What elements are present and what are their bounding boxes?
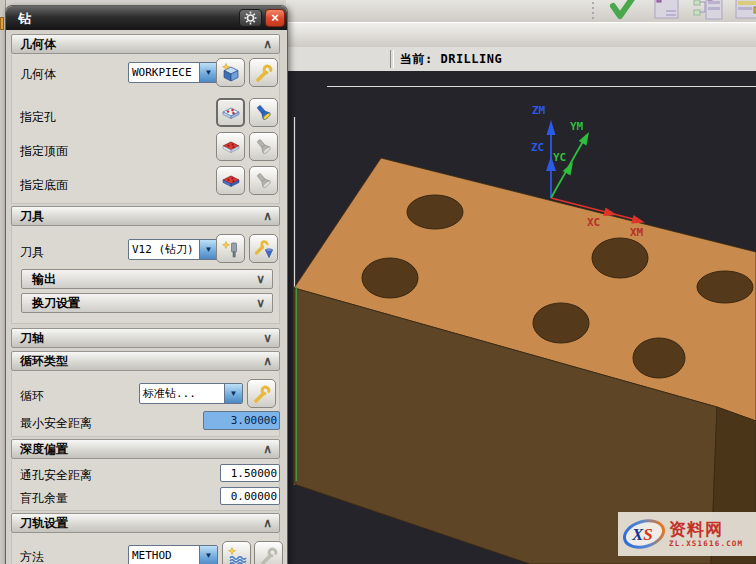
section-header-tool[interactable]: 刀具 ∧ [11, 206, 280, 226]
cycle-label: 循环 [20, 388, 44, 405]
specify-bottom-label: 指定底面 [20, 177, 68, 194]
tool-label: 刀具 [20, 244, 44, 261]
toolbar-grip-handle[interactable] [590, 0, 596, 20]
tool-combo-value: V12 (钻刀) [129, 240, 199, 259]
chevron-down-icon[interactable]: ▼ [199, 63, 217, 82]
specify-top-button[interactable] [216, 132, 245, 161]
wrench-icon [254, 63, 274, 83]
flashlight-top-button[interactable] [249, 132, 278, 161]
subsection-tool-change[interactable]: 换刀设置 ∨ [21, 293, 273, 313]
cycle-combo[interactable]: 标准钻... ▼ [139, 383, 243, 404]
holes-plate-icon [221, 103, 241, 123]
background-window-chip [0, 17, 4, 30]
yc-axis-label: YC [553, 151, 566, 164]
new-method-icon [227, 546, 247, 564]
expand-chevron-icon: ∨ [256, 270, 265, 288]
section-header-cycle-type[interactable]: 循环类型 ∧ [11, 351, 280, 371]
current-operation-bar: 当前: DRILLING [286, 47, 756, 73]
section-header-tool-axis[interactable]: 刀轴 ∨ [11, 328, 280, 348]
through-clearance-input[interactable]: 1.50000 [220, 464, 280, 482]
min-clearance-input[interactable]: 3.00000 [203, 411, 280, 430]
drill-hole[interactable] [407, 195, 463, 229]
ym-axis-label: YM [570, 120, 584, 133]
collapse-chevron-icon: ∧ [263, 35, 272, 53]
statusbar-separator [390, 50, 394, 68]
confirm-check-icon[interactable] [608, 0, 638, 22]
xc-axis-label: XC [587, 216, 600, 229]
toolbar-structure-icon[interactable] [692, 0, 722, 22]
method-combo-value: METHOD [129, 546, 199, 564]
close-icon: × [271, 10, 279, 25]
tool-combo[interactable]: V12 (钻刀) ▼ [128, 239, 218, 260]
new-tool-button[interactable] [216, 234, 245, 263]
flashlight-disabled-icon [254, 137, 274, 157]
collapse-chevron-icon: ∧ [263, 514, 272, 532]
toolbar-window-icon[interactable] [652, 0, 682, 22]
expand-chevron-icon: ∨ [263, 329, 272, 347]
section-header-geometry[interactable]: 几何体 ∧ [11, 34, 280, 54]
chevron-down-icon[interactable]: ▼ [199, 240, 217, 259]
section-header-depth-offset[interactable]: 深度偏置 ∧ [11, 439, 280, 459]
method-label: 方法 [20, 549, 44, 564]
wrench-icon [252, 384, 272, 404]
through-clearance-label: 通孔安全距离 [20, 467, 92, 484]
drill-hole[interactable] [633, 338, 685, 378]
dialog-close-button[interactable]: × [265, 9, 285, 27]
flashlight-holes-button[interactable] [249, 98, 278, 127]
section-header-path-settings[interactable]: 刀轨设置 ∧ [11, 513, 280, 533]
watermark-logo-icon: XS [621, 515, 667, 553]
flashlight-disabled-icon [254, 171, 274, 191]
watermark: XS 资料网 ZL.XS1616.COM [618, 512, 756, 556]
watermark-site-url: ZL.XS1616.COM [669, 540, 743, 548]
flashlight-bottom-button[interactable] [249, 166, 278, 195]
geometry-combo-value: WORKPIECE [129, 63, 199, 82]
graphics-viewport[interactable]: ZM ZC YM YC XC XM [286, 71, 756, 564]
drill-hole[interactable] [362, 258, 418, 298]
drill-hole[interactable] [697, 271, 753, 303]
blind-stock-label: 盲孔余量 [20, 490, 68, 507]
collapse-chevron-icon: ∧ [263, 207, 272, 225]
dialog-titlebar[interactable]: 钻 × [6, 6, 287, 30]
subsection-output[interactable]: 输出 ∨ [21, 269, 273, 289]
chevron-down-icon[interactable]: ▼ [224, 384, 242, 403]
top-face-plate-icon [221, 137, 241, 157]
cycle-combo-value: 标准钻... [140, 384, 224, 403]
expand-chevron-icon: ∨ [256, 294, 265, 312]
gear-icon [240, 10, 261, 26]
min-clearance-label: 最小安全距离 [20, 415, 92, 432]
collapse-chevron-icon: ∧ [263, 352, 272, 370]
toolbar-list-icon[interactable] [734, 0, 756, 22]
chevron-down-icon[interactable]: ▼ [199, 546, 217, 564]
drill-hole[interactable] [592, 238, 648, 278]
blind-stock-input[interactable]: 0.00000 [220, 487, 280, 505]
new-method-button[interactable] [222, 541, 251, 564]
wrench-disabled-icon [259, 546, 279, 564]
geometry-combo[interactable]: WORKPIECE ▼ [128, 62, 218, 83]
dialog-title: 钻 [18, 10, 31, 28]
edit-tool-button[interactable] [249, 234, 278, 263]
flashlight-icon [254, 103, 274, 123]
collapse-chevron-icon: ∧ [263, 440, 272, 458]
zc-axis-label: ZC [531, 141, 544, 154]
dialog-settings-button[interactable] [239, 9, 262, 27]
drill-dialog: 钻 × 几何体 ∧ 几何体 WORKPIECE [5, 5, 288, 564]
new-tool-icon [221, 239, 241, 259]
new-geometry-button[interactable] [216, 58, 245, 87]
edit-cycle-button[interactable] [247, 379, 276, 408]
wrench-tool-icon [254, 239, 274, 259]
specify-top-label: 指定顶面 [20, 143, 68, 160]
geometry-label: 几何体 [20, 66, 56, 83]
drill-hole[interactable] [533, 303, 589, 343]
new-geometry-icon [221, 63, 241, 83]
edit-geometry-button[interactable] [249, 58, 278, 87]
svg-text:XS: XS [631, 525, 653, 544]
bottom-face-plate-icon [221, 171, 241, 191]
watermark-x: X [631, 525, 644, 544]
specify-bottom-button[interactable] [216, 166, 245, 195]
toolbar-spacer-strip [286, 22, 756, 48]
method-combo[interactable]: METHOD ▼ [128, 545, 218, 564]
edit-method-button[interactable] [254, 541, 283, 564]
specify-holes-button[interactable] [216, 98, 245, 127]
current-operation-text: 当前: DRILLING [400, 51, 502, 68]
specify-holes-label: 指定孔 [20, 109, 56, 126]
